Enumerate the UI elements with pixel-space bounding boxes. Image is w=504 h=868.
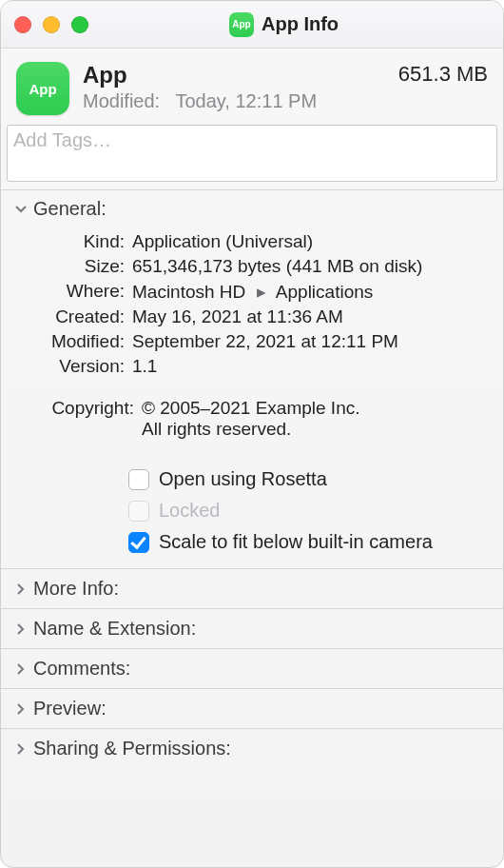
row-created: Created: May 16, 2021 at 11:36 AM: [18, 306, 486, 327]
app-modified-label: Modified:: [83, 90, 160, 111]
label-size: Size:: [18, 256, 132, 277]
value-modified: September 22, 2021 at 12:11 PM: [132, 331, 486, 352]
section-more-info: More Info:: [1, 568, 503, 608]
section-preview-title: Preview:: [33, 698, 107, 720]
copyright-line1: © 2005–2021 Example Inc.: [142, 398, 486, 419]
section-name-extension: Name & Extension:: [1, 608, 503, 648]
app-name: App: [83, 62, 385, 89]
collapsed-sections: More Info: Name & Extension: Comments:: [1, 568, 503, 768]
label-kind: Kind:: [18, 231, 132, 252]
row-copyright: Copyright: © 2005–2021 Example Inc. All …: [18, 398, 486, 440]
info-window: App App Info App App Modified: Today, 12…: [0, 0, 504, 868]
label-modified: Modified:: [18, 331, 132, 352]
app-icon-label: App: [29, 81, 56, 97]
label-copyright: Copyright:: [18, 398, 142, 419]
check-scalefit[interactable]: Scale to fit below built-in camera: [128, 531, 486, 553]
checkbox-locked: [128, 501, 149, 522]
label-where: Where:: [18, 281, 132, 302]
section-general: General: Kind: Application (Universal) S…: [1, 189, 503, 568]
check-locked: Locked: [128, 500, 486, 522]
window-controls: [14, 16, 88, 33]
section-general-body: Kind: Application (Universal) Size: 651,…: [1, 226, 503, 568]
tags-input[interactable]: [13, 129, 491, 151]
section-preview-header[interactable]: Preview:: [1, 689, 503, 728]
app-icon[interactable]: App: [16, 62, 69, 115]
value-version: 1.1: [132, 356, 486, 377]
header-text: App Modified: Today, 12:11 PM: [83, 62, 385, 112]
section-comments-title: Comments:: [33, 658, 130, 680]
section-comments-header[interactable]: Comments:: [1, 649, 503, 688]
section-sharing-permissions-header[interactable]: Sharing & Permissions:: [1, 729, 503, 768]
checkbox-scalefit[interactable]: [128, 532, 149, 553]
row-modified: Modified: September 22, 2021 at 12:11 PM: [18, 331, 486, 352]
title-app-icon: App: [229, 12, 254, 37]
value-created: May 16, 2021 at 11:36 AM: [132, 306, 486, 327]
app-size: 651.3 MB: [398, 62, 488, 87]
chevron-right-icon: [14, 702, 28, 716]
chevron-right-icon: [14, 622, 28, 636]
path-separator-icon: ▸: [257, 282, 266, 302]
checkbox-rosetta-label: Open using Rosetta: [159, 468, 327, 490]
row-size: Size: 651,346,173 bytes (441 MB on disk): [18, 256, 486, 277]
chevron-down-icon: [14, 203, 28, 216]
value-size: 651,346,173 bytes (441 MB on disk): [132, 256, 486, 277]
section-name-extension-header[interactable]: Name & Extension:: [1, 609, 503, 648]
where-loc2: Applications: [276, 282, 373, 302]
section-sharing-permissions: Sharing & Permissions:: [1, 728, 503, 768]
value-copyright: © 2005–2021 Example Inc. All rights rese…: [142, 398, 486, 440]
where-loc1: Macintosh HD: [132, 282, 245, 302]
label-version: Version:: [18, 356, 132, 377]
tags-field[interactable]: [7, 125, 497, 182]
app-modified-value: Today, 12:11 PM: [175, 90, 317, 111]
zoom-window-button[interactable]: [71, 16, 88, 33]
app-modified: Modified: Today, 12:11 PM: [83, 90, 385, 112]
section-preview: Preview:: [1, 688, 503, 728]
section-more-info-header[interactable]: More Info:: [1, 569, 503, 608]
value-where: Macintosh HD ▸ Applications: [132, 281, 486, 303]
section-general-header[interactable]: General:: [1, 190, 503, 226]
close-window-button[interactable]: [14, 16, 31, 33]
window-title: App Info: [262, 13, 339, 35]
section-name-extension-title: Name & Extension:: [33, 618, 196, 640]
header: App App Modified: Today, 12:11 PM 651.3 …: [1, 49, 503, 125]
checkbox-rosetta[interactable]: [128, 469, 149, 490]
checkbox-scalefit-label: Scale to fit below built-in camera: [159, 531, 433, 553]
section-general-title: General:: [33, 198, 107, 220]
row-kind: Kind: Application (Universal): [18, 231, 486, 252]
checkbox-locked-label: Locked: [159, 500, 221, 522]
tags-row: [1, 125, 503, 189]
minimize-window-button[interactable]: [43, 16, 60, 33]
titlebar: App App Info: [1, 1, 503, 49]
section-comments: Comments:: [1, 648, 503, 688]
chevron-right-icon: [14, 582, 28, 596]
row-version: Version: 1.1: [18, 356, 486, 377]
chevron-right-icon: [14, 662, 28, 676]
copyright-line2: All rights reserved.: [142, 419, 486, 440]
value-kind: Application (Universal): [132, 231, 486, 252]
label-created: Created:: [18, 306, 132, 327]
title-app-icon-label: App: [232, 19, 250, 30]
check-rosetta[interactable]: Open using Rosetta: [128, 468, 486, 490]
row-where: Where: Macintosh HD ▸ Applications: [18, 281, 486, 303]
chevron-right-icon: [14, 742, 28, 756]
section-sharing-permissions-title: Sharing & Permissions:: [33, 738, 231, 760]
section-more-info-title: More Info:: [33, 578, 119, 600]
general-checks: Open using Rosetta Locked Scale to fit b…: [18, 468, 486, 553]
